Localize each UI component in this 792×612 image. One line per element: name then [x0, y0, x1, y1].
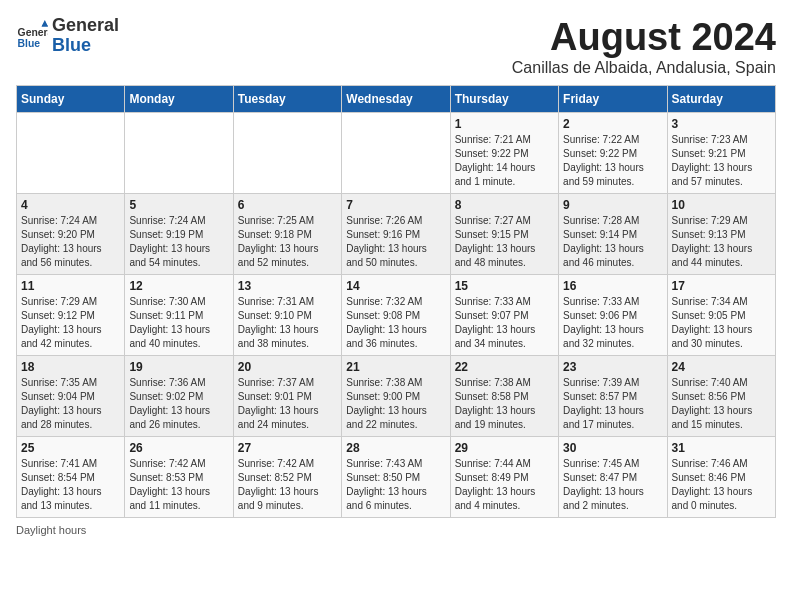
day-number: 23	[563, 360, 662, 374]
day-number: 20	[238, 360, 337, 374]
day-cell: 25Sunrise: 7:41 AM Sunset: 8:54 PM Dayli…	[17, 437, 125, 518]
day-info: Sunrise: 7:39 AM Sunset: 8:57 PM Dayligh…	[563, 376, 662, 432]
logo-icon: General Blue	[16, 20, 48, 52]
day-cell: 4Sunrise: 7:24 AM Sunset: 9:20 PM Daylig…	[17, 194, 125, 275]
day-number: 18	[21, 360, 120, 374]
day-number: 28	[346, 441, 445, 455]
day-number: 22	[455, 360, 554, 374]
day-cell: 15Sunrise: 7:33 AM Sunset: 9:07 PM Dayli…	[450, 275, 558, 356]
day-cell: 22Sunrise: 7:38 AM Sunset: 8:58 PM Dayli…	[450, 356, 558, 437]
day-cell: 17Sunrise: 7:34 AM Sunset: 9:05 PM Dayli…	[667, 275, 775, 356]
day-number: 4	[21, 198, 120, 212]
day-number: 31	[672, 441, 771, 455]
day-number: 2	[563, 117, 662, 131]
day-cell: 8Sunrise: 7:27 AM Sunset: 9:15 PM Daylig…	[450, 194, 558, 275]
day-info: Sunrise: 7:24 AM Sunset: 9:19 PM Dayligh…	[129, 214, 228, 270]
day-number: 17	[672, 279, 771, 293]
calendar-header-row: SundayMondayTuesdayWednesdayThursdayFrid…	[17, 86, 776, 113]
day-cell: 14Sunrise: 7:32 AM Sunset: 9:08 PM Dayli…	[342, 275, 450, 356]
day-info: Sunrise: 7:45 AM Sunset: 8:47 PM Dayligh…	[563, 457, 662, 513]
day-number: 1	[455, 117, 554, 131]
day-info: Sunrise: 7:32 AM Sunset: 9:08 PM Dayligh…	[346, 295, 445, 351]
day-info: Sunrise: 7:24 AM Sunset: 9:20 PM Dayligh…	[21, 214, 120, 270]
day-cell: 7Sunrise: 7:26 AM Sunset: 9:16 PM Daylig…	[342, 194, 450, 275]
day-info: Sunrise: 7:38 AM Sunset: 8:58 PM Dayligh…	[455, 376, 554, 432]
day-cell: 20Sunrise: 7:37 AM Sunset: 9:01 PM Dayli…	[233, 356, 341, 437]
day-number: 8	[455, 198, 554, 212]
day-cell	[342, 113, 450, 194]
day-cell: 9Sunrise: 7:28 AM Sunset: 9:14 PM Daylig…	[559, 194, 667, 275]
day-number: 26	[129, 441, 228, 455]
day-cell: 16Sunrise: 7:33 AM Sunset: 9:06 PM Dayli…	[559, 275, 667, 356]
day-info: Sunrise: 7:43 AM Sunset: 8:50 PM Dayligh…	[346, 457, 445, 513]
logo-blue: Blue	[52, 36, 119, 56]
col-header-saturday: Saturday	[667, 86, 775, 113]
location-title: Canillas de Albaida, Andalusia, Spain	[512, 59, 776, 77]
day-info: Sunrise: 7:21 AM Sunset: 9:22 PM Dayligh…	[455, 133, 554, 189]
day-info: Sunrise: 7:40 AM Sunset: 8:56 PM Dayligh…	[672, 376, 771, 432]
title-section: August 2024 Canillas de Albaida, Andalus…	[512, 16, 776, 77]
col-header-tuesday: Tuesday	[233, 86, 341, 113]
day-info: Sunrise: 7:30 AM Sunset: 9:11 PM Dayligh…	[129, 295, 228, 351]
day-number: 5	[129, 198, 228, 212]
day-number: 29	[455, 441, 554, 455]
day-number: 21	[346, 360, 445, 374]
day-info: Sunrise: 7:26 AM Sunset: 9:16 PM Dayligh…	[346, 214, 445, 270]
day-info: Sunrise: 7:36 AM Sunset: 9:02 PM Dayligh…	[129, 376, 228, 432]
day-number: 9	[563, 198, 662, 212]
day-number: 15	[455, 279, 554, 293]
week-row-2: 4Sunrise: 7:24 AM Sunset: 9:20 PM Daylig…	[17, 194, 776, 275]
col-header-wednesday: Wednesday	[342, 86, 450, 113]
day-info: Sunrise: 7:25 AM Sunset: 9:18 PM Dayligh…	[238, 214, 337, 270]
day-number: 14	[346, 279, 445, 293]
day-cell: 19Sunrise: 7:36 AM Sunset: 9:02 PM Dayli…	[125, 356, 233, 437]
day-number: 11	[21, 279, 120, 293]
day-info: Sunrise: 7:22 AM Sunset: 9:22 PM Dayligh…	[563, 133, 662, 189]
day-info: Sunrise: 7:28 AM Sunset: 9:14 PM Dayligh…	[563, 214, 662, 270]
day-cell	[125, 113, 233, 194]
day-cell: 26Sunrise: 7:42 AM Sunset: 8:53 PM Dayli…	[125, 437, 233, 518]
day-cell: 6Sunrise: 7:25 AM Sunset: 9:18 PM Daylig…	[233, 194, 341, 275]
logo-text: General Blue	[52, 16, 119, 56]
day-info: Sunrise: 7:29 AM Sunset: 9:12 PM Dayligh…	[21, 295, 120, 351]
day-info: Sunrise: 7:37 AM Sunset: 9:01 PM Dayligh…	[238, 376, 337, 432]
day-info: Sunrise: 7:29 AM Sunset: 9:13 PM Dayligh…	[672, 214, 771, 270]
day-number: 6	[238, 198, 337, 212]
header: General Blue General Blue August 2024 Ca…	[16, 16, 776, 77]
day-cell: 24Sunrise: 7:40 AM Sunset: 8:56 PM Dayli…	[667, 356, 775, 437]
day-info: Sunrise: 7:31 AM Sunset: 9:10 PM Dayligh…	[238, 295, 337, 351]
day-cell: 5Sunrise: 7:24 AM Sunset: 9:19 PM Daylig…	[125, 194, 233, 275]
day-cell: 2Sunrise: 7:22 AM Sunset: 9:22 PM Daylig…	[559, 113, 667, 194]
logo: General Blue General Blue	[16, 16, 119, 56]
day-cell: 11Sunrise: 7:29 AM Sunset: 9:12 PM Dayli…	[17, 275, 125, 356]
col-header-sunday: Sunday	[17, 86, 125, 113]
calendar-table: SundayMondayTuesdayWednesdayThursdayFrid…	[16, 85, 776, 518]
svg-text:General: General	[18, 27, 48, 38]
footer-note: Daylight hours	[16, 524, 776, 536]
day-cell: 27Sunrise: 7:42 AM Sunset: 8:52 PM Dayli…	[233, 437, 341, 518]
day-number: 16	[563, 279, 662, 293]
day-cell: 23Sunrise: 7:39 AM Sunset: 8:57 PM Dayli…	[559, 356, 667, 437]
day-number: 19	[129, 360, 228, 374]
day-cell: 1Sunrise: 7:21 AM Sunset: 9:22 PM Daylig…	[450, 113, 558, 194]
day-number: 27	[238, 441, 337, 455]
day-number: 13	[238, 279, 337, 293]
day-cell: 30Sunrise: 7:45 AM Sunset: 8:47 PM Dayli…	[559, 437, 667, 518]
day-cell: 29Sunrise: 7:44 AM Sunset: 8:49 PM Dayli…	[450, 437, 558, 518]
day-cell	[233, 113, 341, 194]
month-year-title: August 2024	[512, 16, 776, 59]
week-row-3: 11Sunrise: 7:29 AM Sunset: 9:12 PM Dayli…	[17, 275, 776, 356]
day-number: 30	[563, 441, 662, 455]
day-cell	[17, 113, 125, 194]
svg-marker-3	[42, 21, 48, 26]
day-info: Sunrise: 7:33 AM Sunset: 9:07 PM Dayligh…	[455, 295, 554, 351]
day-number: 12	[129, 279, 228, 293]
day-cell: 31Sunrise: 7:46 AM Sunset: 8:46 PM Dayli…	[667, 437, 775, 518]
day-number: 10	[672, 198, 771, 212]
day-cell: 10Sunrise: 7:29 AM Sunset: 9:13 PM Dayli…	[667, 194, 775, 275]
day-number: 7	[346, 198, 445, 212]
logo-general: General	[52, 16, 119, 36]
day-cell: 21Sunrise: 7:38 AM Sunset: 9:00 PM Dayli…	[342, 356, 450, 437]
day-info: Sunrise: 7:23 AM Sunset: 9:21 PM Dayligh…	[672, 133, 771, 189]
week-row-1: 1Sunrise: 7:21 AM Sunset: 9:22 PM Daylig…	[17, 113, 776, 194]
